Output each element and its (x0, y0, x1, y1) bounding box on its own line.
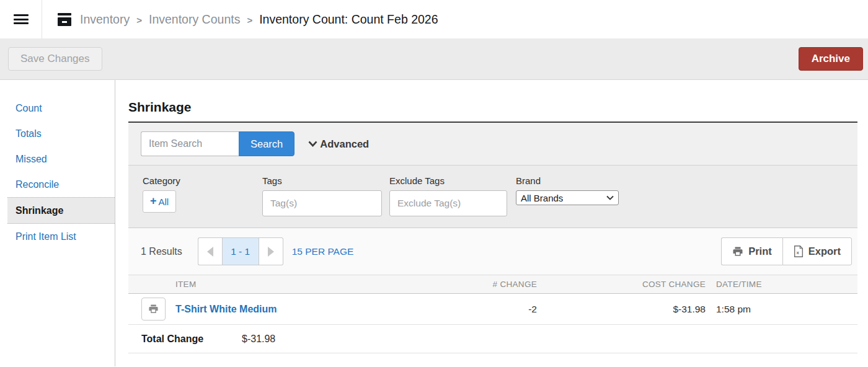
arrow-left-icon (207, 247, 213, 257)
sidebar-item-count[interactable]: Count (0, 95, 115, 121)
breadcrumb-inventory-counts[interactable]: Inventory Counts (149, 12, 240, 27)
search-panel: Search Advanced (128, 123, 857, 166)
hamburger-menu-button[interactable] (0, 0, 42, 38)
column-header-datetime: DATE/TIME (706, 280, 857, 289)
column-header-item: ITEM (128, 280, 413, 289)
table-row: T-Shirt White Medium -2 $-31.98 1:58 pm (128, 294, 857, 325)
item-link[interactable]: T-Shirt White Medium (175, 304, 277, 315)
column-header-cost-change: COST CHANGE (537, 280, 706, 289)
per-page-link[interactable]: 15 PER PAGE (292, 246, 354, 257)
tags-label: Tags (262, 175, 389, 186)
page-title: Shrinkage (128, 99, 857, 123)
exclude-tags-input[interactable] (389, 190, 507, 216)
item-search-input[interactable] (141, 131, 239, 156)
row-cost-change-value: $-31.98 (537, 304, 706, 315)
sidebar-item-totals[interactable]: Totals (0, 121, 115, 146)
arrow-right-icon (268, 247, 274, 257)
filter-panel: Category +All Tags Exclude Tags Brand Al… (128, 166, 857, 228)
search-button[interactable]: Search (239, 131, 294, 156)
exclude-tags-label: Exclude Tags (389, 175, 516, 186)
category-all-button[interactable]: +All (143, 190, 176, 213)
pagination: 1 - 1 (198, 237, 283, 265)
prev-page-button[interactable] (198, 237, 222, 265)
top-bar: Inventory > Inventory Counts > Inventory… (0, 0, 868, 38)
export-file-icon: x (794, 245, 804, 257)
page-range: 1 - 1 (222, 237, 259, 265)
breadcrumb-inventory[interactable]: Inventory (80, 12, 130, 27)
save-changes-button[interactable]: Save Changes (8, 47, 102, 71)
total-change-value: $-31.98 (242, 334, 275, 345)
action-toolbar: Save Changes Archive (0, 38, 868, 80)
inventory-box-icon (58, 13, 71, 26)
svg-text:x: x (796, 250, 799, 255)
sidebar-nav: Count Totals Missed Reconcile Shrinkage … (0, 80, 115, 366)
brand-label: Brand (516, 175, 619, 186)
export-button[interactable]: x Export (782, 237, 852, 265)
tags-input[interactable] (262, 190, 382, 216)
column-header-change: # CHANGE (413, 280, 537, 289)
printer-icon (732, 246, 743, 257)
sidebar-item-missed[interactable]: Missed (0, 146, 115, 172)
results-count: 1 Results (141, 246, 182, 257)
table-footer: Total Change $-31.98 (128, 325, 857, 353)
archive-button[interactable]: Archive (799, 47, 863, 71)
chevron-down-icon (606, 195, 614, 200)
row-change-value: -2 (413, 304, 537, 315)
sidebar-item-print-item-list[interactable]: Print Item List (0, 224, 115, 249)
row-print-button[interactable] (141, 298, 166, 321)
breadcrumb: Inventory > Inventory Counts > Inventory… (58, 12, 438, 27)
table-header: ITEM # CHANGE COST CHANGE DATE/TIME (128, 275, 857, 294)
chevron-down-icon (308, 141, 317, 147)
printer-icon (148, 304, 159, 314)
print-button[interactable]: Print (721, 237, 782, 265)
results-bar: 1 Results 1 - 1 15 PER PAGE Print x Expo… (128, 228, 857, 275)
plus-icon: + (150, 197, 157, 206)
breadcrumb-separator-icon: > (136, 15, 142, 25)
advanced-toggle[interactable]: Advanced (308, 138, 369, 150)
total-change-label: Total Change (141, 334, 242, 345)
row-datetime-value: 1:58 pm (706, 304, 857, 315)
sidebar-item-shrinkage[interactable]: Shrinkage (7, 197, 115, 224)
category-label: Category (143, 175, 262, 186)
breadcrumb-separator-icon: > (247, 15, 252, 25)
breadcrumb-current-page: Inventory Count: Count Feb 2026 (259, 12, 438, 27)
next-page-button[interactable] (259, 237, 283, 265)
main-content: Shrinkage Search Advanced Category +All … (115, 80, 868, 366)
sidebar-item-reconcile[interactable]: Reconcile (0, 172, 115, 197)
brand-select[interactable]: All Brands (516, 190, 619, 205)
